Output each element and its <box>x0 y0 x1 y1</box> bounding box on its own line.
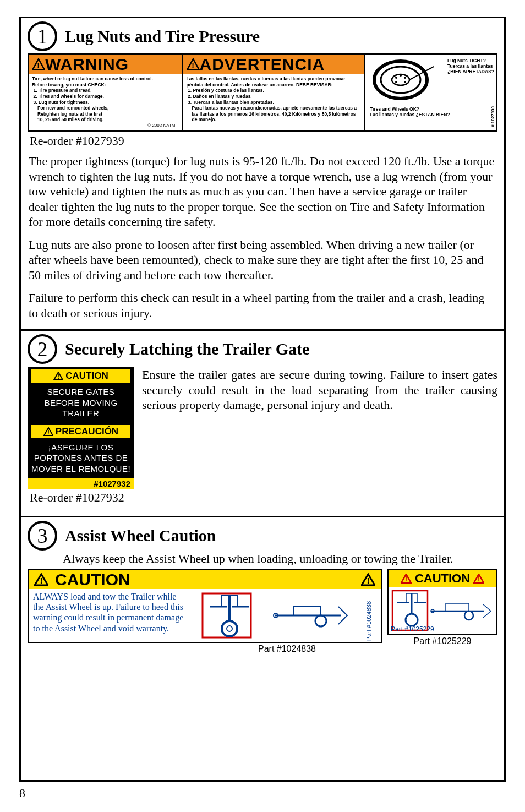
warn-es-item1: Presión y costura de las llantas. <box>193 88 362 94</box>
reorder-1027939: Re-order #1027939 <box>28 133 497 152</box>
svg-text:!: ! <box>40 576 43 585</box>
label-partnum-1025229: Part #1025229 <box>391 625 434 633</box>
warn-es-sub: Para llantas nuevas y reacondicionadas, … <box>187 105 362 123</box>
section2-para: Ensure the trailer gates are secure duri… <box>142 367 497 413</box>
section-number-3: 3 <box>28 521 57 551</box>
section-title-2: Securely Latching the Trailer Gate <box>65 340 309 358</box>
caution-heading-es: ! PRECAUCIÓN <box>31 425 130 438</box>
svg-point-24 <box>227 626 232 631</box>
svg-point-11 <box>400 74 402 77</box>
warn-es-item3: Tuercas a las llantas bien apretadas. <box>193 100 362 106</box>
warn-en-sub2: Retighten lug nuts at the first <box>32 111 179 117</box>
section1-para2: Lug nuts are also prone to loosen after … <box>29 237 496 283</box>
caution-label-1027932: ! CAUTION SECURE GATES BEFORE MOVING TRA… <box>28 367 134 489</box>
copyright: © 2002 NATM <box>32 123 179 128</box>
tires-ok-en: Tires and Wheels OK? <box>370 106 492 112</box>
page-frame: 1 Lug Nuts and Tire Pressure ! WARNING T… <box>19 17 506 782</box>
section1-para3: Failure to perform this check can result… <box>29 290 496 320</box>
caution-label-1024838: ! CAUTION ! ALWAYS load and tow the Trai… <box>28 569 382 643</box>
warning-heading-en: ! WARNING <box>29 55 182 74</box>
assist-wheel-down-icon <box>199 590 254 641</box>
warn-en-item3: Lug nuts for tightness. <box>39 100 179 106</box>
svg-text:!: ! <box>57 373 59 380</box>
section1-para1: The proper tightness (torque) for lug nu… <box>29 154 496 230</box>
svg-text:!: ! <box>405 575 407 583</box>
svg-point-9 <box>395 81 397 83</box>
svg-point-26 <box>315 615 326 626</box>
svg-text:!: ! <box>192 61 195 70</box>
svg-point-7 <box>395 77 397 79</box>
caution-heading-en: ! CAUTION <box>31 369 130 383</box>
label-partnum-1024838-vert: Part #1024838 <box>365 599 372 641</box>
section-number-2: 2 <box>28 334 57 364</box>
reorder-1027932: Re-order #1027932 <box>28 489 134 509</box>
caution-text-en: SECURE GATES BEFORE MOVING TRAILER <box>28 384 134 423</box>
warn-en-before: Before towing, you must CHECK: <box>32 82 179 88</box>
svg-point-37 <box>464 611 473 620</box>
svg-rect-21 <box>203 593 251 637</box>
lug-nuts-tight-es2: ¿BIEN APRETADAS? <box>447 69 494 74</box>
warning-triangle-icon: ! <box>32 58 45 70</box>
section-lug-nuts: 1 Lug Nuts and Tire Pressure ! WARNING T… <box>21 18 504 331</box>
svg-point-8 <box>404 77 406 79</box>
svg-point-10 <box>404 81 406 83</box>
section3-intro: Always keep the Assist Wheel up when loa… <box>63 552 497 566</box>
warn-es-item2: Daños en llantas y ruedas. <box>193 94 362 100</box>
caption-1024838: Part #1024838 <box>28 644 382 654</box>
caution-triangle-icon: ! <box>473 574 484 584</box>
page-number: 8 <box>19 786 506 800</box>
svg-point-35 <box>406 614 418 626</box>
caption-1025229: Part #1025229 <box>387 636 497 646</box>
warn-en-sub3: 10, 25 and 50 miles of driving. <box>32 117 179 123</box>
section-title-1: Lug Nuts and Tire Pressure <box>65 27 260 46</box>
warn-es-lead: Las fallas en las llantas, ruedas o tuer… <box>187 76 362 88</box>
warning-heading-es: ! ADVERTENCIA <box>183 55 365 74</box>
label-partnum-1027939: # 1027939 <box>490 106 495 127</box>
warn-en-lead: Tire, wheel or lug nut failure can cause… <box>32 76 179 82</box>
caution-small-heading: ! CAUTION ! <box>389 570 496 587</box>
warn-en-sub1: For new and remounted wheels, <box>32 105 179 111</box>
section-assist-wheel: 3 Assist Wheel Caution Always keep the A… <box>21 517 504 661</box>
svg-text:!: ! <box>478 575 480 583</box>
caution-triangle-icon: ! <box>401 574 412 584</box>
trailer-side-icon <box>429 589 493 632</box>
tire-diagram-icon <box>369 57 435 103</box>
svg-rect-33 <box>392 591 428 630</box>
warning-triangle-icon: ! <box>187 58 200 70</box>
svg-rect-38 <box>446 603 469 611</box>
svg-text:!: ! <box>37 61 40 70</box>
section-latching-gate: 2 Securely Latching the Trailer Gate ! C… <box>21 331 504 517</box>
trailer-side-icon <box>271 590 348 641</box>
warn-en-item2: Tires and wheels for damage. <box>39 94 179 100</box>
section-title-3: Assist Wheel Caution <box>65 526 216 545</box>
lug-nuts-tight-en: Lug Nuts TIGHT? <box>447 58 494 63</box>
svg-rect-27 <box>293 607 321 615</box>
caution-triangle-icon: ! <box>43 427 53 436</box>
caution-triangle-icon: ! <box>53 372 63 380</box>
caution-text-es: ¡ASEGURE LOS PORTONES ANTES DE MOVER EL … <box>28 440 134 479</box>
section-number-1: 1 <box>28 21 57 51</box>
caution-triangle-icon: ! <box>34 573 48 586</box>
lug-nuts-tight-es: Tuercas a las llantas <box>447 63 494 69</box>
tires-ok-es: Las llantas y ruedas ¿ESTÁN BIEN? <box>370 112 492 117</box>
label-partnum-1027932: #1027932 <box>28 478 134 489</box>
warning-label-1027939: ! WARNING Tire, wheel or lug nut failure… <box>28 53 497 132</box>
svg-text:!: ! <box>47 429 50 435</box>
svg-point-23 <box>222 621 237 636</box>
caution-label-1025229: ! CAUTION ! <box>387 569 497 635</box>
warn-en-item1: Tire pressure and tread. <box>39 88 179 94</box>
